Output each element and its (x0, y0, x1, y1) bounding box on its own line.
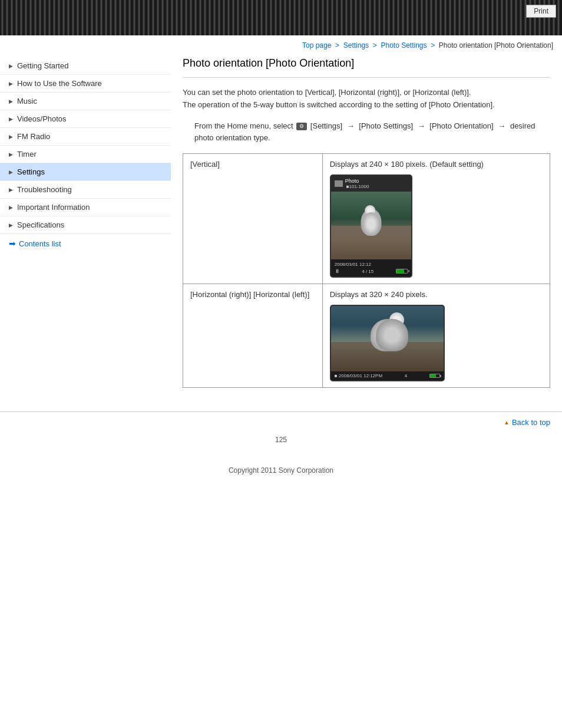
battery-icon (396, 269, 408, 274)
device-footer-h: ■ 2008/03/01 12:12PM 4 (331, 371, 444, 380)
footer-row2: ⏸ 4 / 15 (335, 268, 408, 274)
page-title-area: Photo orientation [Photo Orientation] (183, 57, 550, 78)
sidebar-item-label: Timer (17, 150, 37, 159)
photo-area-horizontal (331, 306, 444, 371)
device-mockup-horizontal: ■ 2008/03/01 12:12PM 4 (330, 305, 445, 381)
orientation-table: [Vertical] Displays at 240 × 180 pixels.… (183, 153, 550, 388)
arrow-icon: ▶ (9, 81, 13, 87)
sidebar-item-videos-photos[interactable]: ▶ Videos/Photos (0, 110, 171, 128)
orientation-desc-horizontal: Displays at 320 × 240 pixels. (322, 284, 550, 388)
sidebar-item-label: Important Information (17, 203, 90, 212)
sidebar-item-fm-radio[interactable]: ▶ FM Radio (0, 128, 171, 146)
device-date: 2008/03/01 12:12 (335, 262, 371, 267)
sidebar-item-settings[interactable]: ▶ Settings (0, 163, 171, 181)
sidebar-item-label: Specifications (17, 220, 64, 229)
sidebar-item-label: How to Use the Software (17, 79, 102, 88)
arrow-icon: ▶ (9, 63, 13, 69)
breadcrumb-settings[interactable]: Settings (343, 41, 369, 50)
contents-list-link[interactable]: ➡ Contents list (0, 234, 171, 253)
arrow-icon: ▶ (9, 169, 13, 175)
table-row: [Vertical] Displays at 240 × 180 pixels.… (183, 154, 550, 284)
sidebar-item-label: FM Radio (17, 132, 50, 141)
device-header: Photo ■101-1000 (331, 176, 411, 192)
main-layout: ▶ Getting Started ▶ How to Use the Softw… (0, 54, 562, 411)
arrow-icon: ▶ (9, 187, 13, 193)
page-footer: ▲ Back to top (0, 411, 562, 433)
back-to-top-label: Back to top (512, 418, 550, 427)
device-track: 4 / 15 (362, 269, 373, 274)
breadcrumb-current: Photo orientation [Photo Orientation] (439, 41, 553, 50)
arrow-symbol: → (498, 121, 505, 130)
sidebar-item-label: Settings (17, 167, 45, 176)
page-number: 125 (0, 433, 562, 462)
breadcrumb-photo-settings[interactable]: Photo Settings (381, 41, 427, 50)
arrow-symbol: → (418, 121, 425, 130)
instruction: From the Home menu, select ⚙ [Settings] … (183, 120, 550, 145)
arrow-icon: ▶ (9, 151, 13, 157)
orientation-desc-vertical: Displays at 240 × 180 pixels. (Default s… (322, 154, 550, 284)
sidebar-item-timer[interactable]: ▶ Timer (0, 146, 171, 163)
sidebar-item-troubleshooting[interactable]: ▶ Troubleshooting (0, 181, 171, 199)
photo-area (331, 192, 411, 259)
contents-list-label: Contents list (19, 239, 61, 248)
device-date-horizontal: ■ 2008/03/01 12:12PM (335, 373, 382, 378)
sidebar-item-getting-started[interactable]: ▶ Getting Started (0, 57, 171, 75)
table-row: [Horizontal (right)] [Horizontal (left)]… (183, 284, 550, 388)
sidebar-item-label: Music (17, 97, 37, 106)
bird-image-horizontal (331, 306, 444, 371)
bird-image-vertical (331, 192, 411, 259)
triangle-up-icon: ▲ (504, 419, 510, 426)
arrow-icon: ▶ (9, 98, 13, 104)
sidebar-item-label: Troubleshooting (17, 185, 72, 194)
breadcrumb: Top page > Settings > Photo Settings > P… (0, 35, 562, 54)
arrow-icon: ▶ (9, 134, 13, 140)
description: You can set the photo orientation to [Ve… (183, 87, 550, 111)
device-photo-count: ■101-1000 (346, 184, 369, 189)
description-line1: You can set the photo orientation to [Ve… (183, 88, 471, 97)
sidebar-item-label: Getting Started (17, 61, 68, 70)
sidebar-item-how-to-use[interactable]: ▶ How to Use the Software (0, 75, 171, 93)
back-to-top-link[interactable]: ▲ Back to top (504, 418, 550, 427)
footer-row: 2008/03/01 12:12 (335, 262, 408, 267)
print-button[interactable]: Print (526, 5, 556, 18)
sidebar-item-label: Videos/Photos (17, 114, 67, 123)
content-area: Photo orientation [Photo Orientation] Yo… (171, 54, 562, 411)
device-footer: 2008/03/01 12:12 ⏸ 4 / 15 (331, 259, 411, 276)
header-bar: Print (0, 0, 562, 35)
device-title: Photo (345, 178, 369, 184)
display-text-horizontal: Displays at 320 × 240 pixels. (330, 290, 543, 299)
arrow-right-icon: ➡ (9, 239, 16, 248)
arrow-symbol: → (347, 121, 355, 130)
description-line2: The operation of the 5-way button is swi… (183, 100, 495, 109)
arrow-icon: ▶ (9, 222, 13, 228)
page-title: Photo orientation [Photo Orientation] (183, 57, 550, 70)
copyright: Copyright 2011 Sony Corporation (0, 462, 562, 486)
device-mockup-vertical: Photo ■101-1000 (330, 174, 412, 278)
sidebar: ▶ Getting Started ▶ How to Use the Softw… (0, 54, 171, 411)
orientation-label-vertical: [Vertical] (183, 154, 323, 284)
sidebar-item-music[interactable]: ▶ Music (0, 93, 171, 110)
device-track-horizontal: 4 (405, 373, 407, 378)
sidebar-item-specifications[interactable]: ▶ Specifications (0, 216, 171, 234)
photo-icon (335, 180, 343, 187)
breadcrumb-top-page[interactable]: Top page (302, 41, 331, 50)
display-text-vertical: Displays at 240 × 180 pixels. (Default s… (330, 160, 543, 169)
sidebar-item-important-information[interactable]: ▶ Important Information (0, 199, 171, 216)
arrow-icon: ▶ (9, 205, 13, 210)
orientation-label-horizontal: [Horizontal (right)] [Horizontal (left)] (183, 284, 323, 388)
arrow-icon: ▶ (9, 116, 13, 122)
